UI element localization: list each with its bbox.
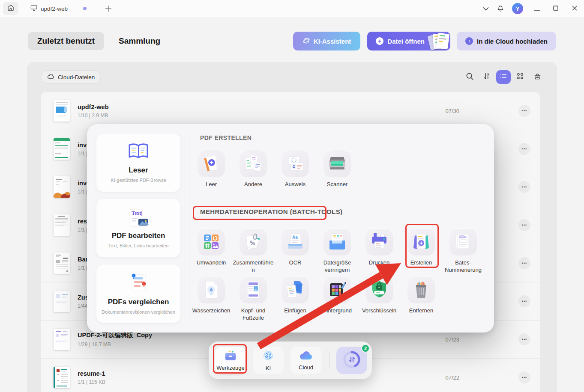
convert-icon (198, 228, 225, 255)
merge-icon (240, 228, 267, 255)
list-view-icon (500, 73, 507, 81)
tab-collection[interactable]: Sammlung (109, 32, 170, 50)
tool-label: Hintergrund (317, 307, 358, 315)
open-file-button[interactable]: + Datei öffnen (367, 32, 450, 50)
bates-number-icon: 000123 (449, 228, 477, 255)
tool-remove[interactable]: Entfernen (400, 276, 442, 322)
tool-watermark[interactable]: Wasserzeichen (190, 276, 232, 322)
dock-label: KI (266, 365, 271, 371)
reader-card[interactable]: Leser KI-gestütztes PDF-Browse (96, 134, 180, 192)
tool-other[interactable]: Andere (232, 150, 274, 188)
tool-background[interactable]: Hintergrund (316, 276, 358, 322)
tool-label: Andere (233, 181, 274, 188)
dock-tools-button[interactable]: Werkzeuge (215, 347, 246, 374)
dock-cloud-button[interactable]: Cloud (291, 347, 321, 374)
tool-label: Verschlüsseln (359, 307, 400, 315)
file-thumbnail (54, 329, 70, 350)
file-date: 07/30 (445, 108, 459, 114)
more-options-button[interactable] (518, 181, 530, 193)
cleanup-button[interactable] (530, 70, 545, 84)
app-window: updf2-web Y Zuletzt benutzt (0, 0, 584, 392)
search-button[interactable] (462, 70, 477, 84)
tool-label: Drucken (359, 259, 400, 267)
tool-convert[interactable]: Umwandeln (190, 228, 232, 274)
dropdown-chevron-button[interactable] (479, 2, 493, 15)
tool-label: Erstellen (401, 259, 442, 267)
watermark-icon (198, 276, 225, 303)
close-icon (572, 5, 577, 12)
more-options-button[interactable] (518, 333, 530, 345)
maximize-button[interactable] (546, 1, 565, 16)
notifications-button[interactable] (493, 2, 508, 15)
avatar[interactable]: Y (512, 3, 523, 14)
ai-assistant-button[interactable]: KI-Assistent (293, 32, 361, 50)
tool-blank[interactable]: Leer (190, 150, 232, 188)
multi-docs-icon (240, 150, 267, 177)
trash-bin-icon (407, 276, 435, 303)
tool-label: Entfernen (401, 307, 442, 315)
chevron-down-icon (483, 5, 489, 12)
grid-view-button[interactable] (512, 70, 528, 84)
header: Zuletzt benutzt Sammlung KI-Assistent + … (28, 31, 556, 51)
more-options-button[interactable] (518, 295, 530, 307)
titlebar: updf2-web Y (0, 0, 584, 17)
tool-bates[interactable]: 000123 Bates-Nummerierung (442, 228, 484, 274)
tool-label: OCR (275, 259, 316, 267)
unsaved-dot-icon (83, 7, 87, 10)
tool-header-footer[interactable]: Kopf- und Fußzeile (232, 276, 274, 322)
edit-pdf-card[interactable]: Text| PDF bearbeiten Text, Bilder, Links… (96, 199, 180, 257)
tool-create[interactable]: Erstellen (400, 228, 442, 274)
list-view-button[interactable] (496, 70, 511, 84)
file-thumbnail (54, 176, 70, 198)
tab-recently-used[interactable]: Zuletzt benutzt (28, 32, 104, 50)
ai-swirl-icon (302, 37, 310, 46)
batch-tools-row1: Umwandeln Zusammenführen Aa OCR Dateigrö… (190, 228, 484, 274)
file-date: 07/22 (445, 374, 459, 381)
minimize-icon (534, 5, 540, 12)
plus-circle-icon: + (376, 37, 383, 45)
cloud-gradient-icon (299, 350, 313, 362)
file-thumbnail (54, 252, 70, 274)
card-title: PDF bearbeiten (112, 232, 165, 240)
tool-compress[interactable]: Dateigröße verringern (316, 228, 358, 274)
dock-divider (329, 351, 329, 369)
tool-print[interactable]: Drucken (358, 228, 400, 274)
transfer-button[interactable]: 2 (336, 347, 367, 374)
basket-icon (533, 72, 542, 82)
tool-encrypt[interactable]: *** Verschlüsseln (358, 276, 400, 322)
file-thumbnail (54, 291, 70, 312)
cloud-files-filter-button[interactable]: Cloud-Dateien (41, 70, 101, 84)
tool-id-card[interactable]: Ausweis (274, 150, 316, 188)
tool-label: Zusammenführen (233, 259, 274, 274)
more-options-button[interactable] (518, 257, 530, 269)
sort-button[interactable] (479, 70, 494, 84)
card-title: Leser (129, 166, 148, 175)
tool-ocr[interactable]: Aa OCR (274, 228, 316, 274)
scanner-icon (323, 150, 351, 177)
blank-page-icon (198, 150, 225, 177)
batch-section-title: MEHRDATEIENOPERATION (BATCH-TOOLS) (200, 208, 342, 215)
compress-icon (323, 228, 351, 255)
more-options-button[interactable] (518, 371, 530, 383)
sort-arrows-icon (483, 72, 491, 82)
compare-pdfs-card[interactable]: PDFs vergleichen Dokumentenrevisionen ve… (96, 264, 180, 323)
minimize-button[interactable] (527, 1, 546, 16)
tool-scanner[interactable]: Scanner (316, 150, 358, 188)
more-options-button[interactable] (518, 143, 530, 155)
upload-cloud-button[interactable]: ↑ In die Cloud hochladen (457, 32, 556, 50)
printer-icon (365, 228, 393, 255)
ocr-icon: Aa (282, 228, 309, 255)
dock-ai-button[interactable]: KI (253, 347, 284, 374)
card-subtitle: KI-gestütztes PDF-Browse (111, 178, 166, 183)
file-meta: 1/29 | 16.7 MB (78, 342, 152, 347)
tool-insert[interactable]: Einfügen (274, 276, 316, 322)
close-button[interactable] (565, 1, 584, 16)
new-tab-button[interactable] (105, 5, 112, 12)
more-options-button[interactable] (518, 219, 530, 231)
content-toolbar: Cloud-Dateien (41, 70, 545, 84)
home-button[interactable] (3, 2, 18, 15)
more-options-button[interactable] (518, 105, 530, 117)
tool-merge[interactable]: Zusammenführen (232, 228, 274, 274)
document-tab[interactable]: updf2-web (26, 2, 99, 15)
file-date: 07/23 (445, 336, 459, 343)
